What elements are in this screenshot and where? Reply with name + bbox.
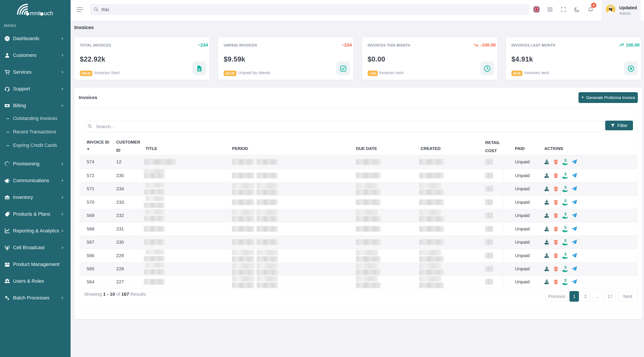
svg-text:$: $ (564, 212, 566, 216)
svg-text:uch: uch (44, 10, 53, 16)
svg-text:$: $ (564, 159, 566, 162)
svg-text:$: $ (564, 199, 566, 203)
svg-text:$: $ (564, 239, 566, 243)
svg-text:$: $ (564, 226, 566, 230)
svg-text:$: $ (564, 172, 566, 176)
svg-text:$: $ (564, 186, 566, 190)
svg-text:$: $ (564, 266, 566, 270)
svg-text:$: $ (564, 279, 566, 282)
svg-text:$: $ (564, 252, 566, 256)
svg-text:mnit: mnit (30, 10, 41, 16)
